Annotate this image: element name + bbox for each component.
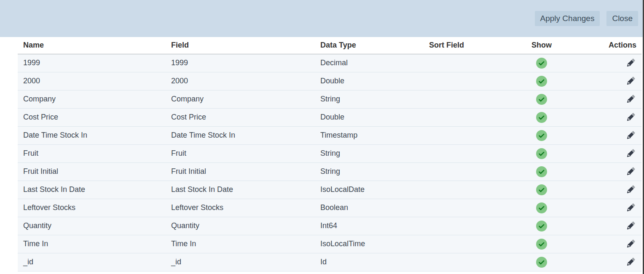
table-row: 20002000Double — [18, 72, 641, 90]
show-toggle[interactable] — [536, 166, 547, 177]
cell-sort-field — [399, 90, 494, 108]
cell-actions — [589, 108, 641, 126]
column-header-show: Show — [494, 37, 589, 54]
cell-data-type: Double — [315, 108, 399, 126]
cell-field: Last Stock In Date — [166, 181, 315, 199]
cell-actions — [589, 90, 641, 108]
table-row: Time InTime InIsoLocalTime — [18, 235, 641, 253]
cell-data-type: Boolean — [315, 199, 399, 217]
edit-button[interactable] — [625, 238, 636, 250]
show-toggle[interactable] — [536, 58, 547, 69]
column-header-data-type: Data Type — [315, 37, 399, 54]
check-circle-icon — [536, 184, 547, 195]
pencil-icon — [625, 130, 636, 141]
cell-name: Fruit — [18, 144, 166, 162]
edit-button[interactable] — [625, 184, 636, 195]
cell-show — [494, 54, 589, 72]
show-toggle[interactable] — [536, 94, 547, 105]
table-row: Date Time Stock InDate Time Stock InTime… — [18, 126, 641, 144]
cell-name: Last Stock In Date — [18, 181, 166, 199]
cell-show — [494, 126, 589, 144]
edit-button[interactable] — [625, 75, 636, 87]
table-row: CompanyCompanyString — [18, 90, 641, 108]
edit-button[interactable] — [625, 202, 636, 213]
show-toggle[interactable] — [536, 202, 547, 213]
table-row: Leftover StocksLeftover StocksBoolean — [18, 199, 641, 217]
show-toggle[interactable] — [536, 76, 547, 87]
edit-button[interactable] — [625, 93, 636, 105]
show-toggle[interactable] — [536, 184, 547, 195]
cell-field: Company — [166, 90, 315, 108]
cell-field: Fruit — [166, 144, 315, 162]
table-row: FruitFruitString — [18, 144, 641, 162]
cell-field: 2000 — [166, 72, 315, 90]
cell-data-type: Int64 — [315, 217, 399, 235]
check-circle-icon — [536, 257, 547, 268]
cell-sort-field — [399, 199, 494, 217]
cell-sort-field — [399, 108, 494, 126]
cell-field: Quantity — [166, 217, 315, 235]
cell-show — [494, 253, 589, 271]
cell-show — [494, 108, 589, 126]
pencil-icon — [625, 93, 636, 105]
edit-button[interactable] — [625, 166, 636, 177]
cell-field: _id — [166, 253, 315, 271]
check-circle-icon — [536, 221, 547, 231]
pencil-icon — [625, 148, 636, 159]
cell-show — [494, 72, 589, 90]
show-toggle[interactable] — [536, 221, 547, 231]
cell-field: Time In — [166, 235, 315, 253]
cell-name: _id — [18, 253, 166, 271]
pencil-icon — [625, 202, 636, 213]
cell-actions — [589, 199, 641, 217]
apply-changes-button[interactable]: Apply Changes — [535, 11, 600, 27]
pencil-icon — [625, 184, 636, 195]
cell-name: Fruit Initial — [18, 162, 166, 181]
cell-field: Fruit Initial — [166, 162, 315, 181]
edit-button[interactable] — [625, 112, 636, 123]
check-circle-icon — [536, 202, 547, 213]
edit-button[interactable] — [625, 130, 636, 141]
cell-show — [494, 90, 589, 108]
table-row: _id_idId — [18, 253, 641, 271]
cell-data-type: Decimal — [315, 54, 399, 72]
cell-field: Date Time Stock In — [166, 126, 315, 144]
cell-data-type: Id — [315, 253, 399, 271]
table-row: QuantityQuantityInt64 — [18, 217, 641, 235]
cell-data-type: String — [315, 144, 399, 162]
check-circle-icon — [536, 58, 547, 69]
cell-actions — [589, 144, 641, 162]
show-toggle[interactable] — [536, 112, 547, 123]
show-toggle[interactable] — [536, 239, 547, 250]
close-button[interactable]: Close — [606, 11, 638, 27]
show-toggle[interactable] — [536, 148, 547, 159]
table-row: 19991999Decimal — [18, 54, 641, 72]
pencil-icon — [625, 75, 636, 87]
toolbar: Apply Changes Close — [0, 0, 644, 37]
cell-data-type: String — [315, 90, 399, 108]
edit-button[interactable] — [625, 256, 636, 268]
cell-field: Cost Price — [166, 108, 315, 126]
cell-sort-field — [399, 54, 494, 72]
column-header-field: Field — [166, 37, 315, 54]
cell-show — [494, 181, 589, 199]
edit-button[interactable] — [625, 57, 636, 69]
cell-show — [494, 217, 589, 235]
cell-show — [494, 199, 589, 217]
cell-data-type: Double — [315, 72, 399, 90]
cell-sort-field — [399, 235, 494, 253]
edit-button[interactable] — [625, 220, 636, 231]
show-toggle[interactable] — [536, 257, 547, 268]
cell-sort-field — [399, 162, 494, 181]
edit-button[interactable] — [625, 148, 636, 159]
cell-field: 1999 — [166, 54, 315, 72]
show-toggle[interactable] — [536, 130, 547, 141]
pencil-icon — [625, 57, 636, 69]
cell-actions — [589, 235, 641, 253]
cell-sort-field — [399, 253, 494, 271]
pencil-icon — [625, 220, 636, 231]
column-header-actions: Actions — [589, 37, 641, 54]
check-circle-icon — [536, 166, 547, 177]
cell-show — [494, 235, 589, 253]
cell-show — [494, 144, 589, 162]
